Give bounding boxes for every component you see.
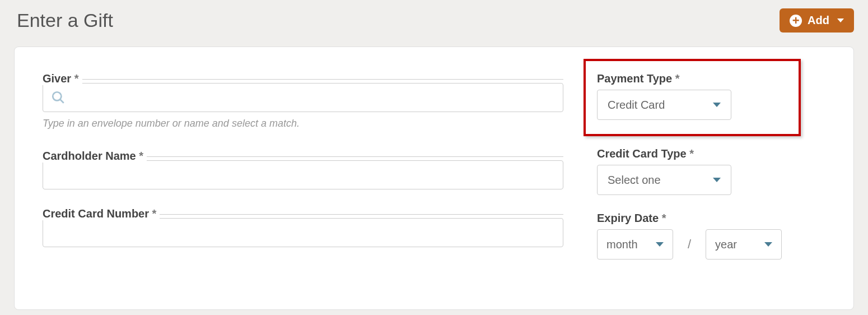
card-type-field-group: Credit Card Type * Select one	[597, 147, 782, 195]
page-header: Enter a Gift + Add	[0, 0, 868, 47]
giver-input-box[interactable]	[43, 83, 563, 112]
caret-down-icon	[713, 103, 721, 107]
expiry-separator: /	[688, 237, 691, 252]
form-card: Giver * Type in an envelope number or na…	[14, 47, 854, 310]
card-number-label: Credit Card Number *	[43, 207, 160, 220]
card-type-label: Credit Card Type *	[597, 147, 697, 160]
right-column: Payment Type * Credit Card Credit Card T…	[597, 72, 782, 276]
cardholder-label: Cardholder Name *	[43, 150, 147, 163]
card-number-input-box[interactable]	[43, 218, 563, 247]
caret-down-icon	[837, 18, 844, 22]
card-number-input[interactable]	[51, 227, 555, 239]
payment-type-highlight: Payment Type * Credit Card	[584, 59, 801, 136]
search-icon	[51, 90, 66, 105]
caret-down-icon	[713, 178, 721, 182]
cardholder-field-group: Cardholder Name *	[43, 150, 563, 189]
caret-down-icon	[764, 242, 772, 247]
payment-type-field-group: Payment Type * Credit Card	[597, 72, 782, 120]
payment-type-label: Payment Type *	[597, 72, 683, 85]
payment-type-value: Credit Card	[608, 99, 665, 112]
giver-label: Giver *	[43, 72, 82, 85]
giver-input[interactable]	[70, 92, 555, 104]
caret-down-icon	[656, 242, 664, 247]
card-number-field-group: Credit Card Number *	[43, 207, 563, 247]
cardholder-input-box[interactable]	[43, 160, 563, 189]
page-title: Enter a Gift	[17, 10, 113, 31]
card-type-dropdown[interactable]: Select one	[597, 165, 731, 195]
svg-line-1	[60, 99, 64, 103]
left-column: Giver * Type in an envelope number or na…	[43, 72, 563, 276]
expiry-label: Expiry Date *	[597, 212, 669, 225]
svg-point-0	[53, 92, 61, 100]
giver-helper-text: Type in an envelope number or name and s…	[43, 118, 563, 129]
expiry-month-value: month	[606, 238, 638, 251]
add-button-label: Add	[808, 14, 829, 27]
giver-field-group: Giver * Type in an envelope number or na…	[43, 72, 563, 129]
expiry-year-value: year	[715, 238, 737, 251]
add-button[interactable]: + Add	[780, 8, 854, 33]
payment-type-dropdown[interactable]: Credit Card	[597, 90, 731, 120]
cardholder-input[interactable]	[51, 169, 555, 181]
expiry-field-group: Expiry Date * month / year	[597, 212, 782, 260]
card-type-value: Select one	[608, 174, 661, 187]
expiry-year-dropdown[interactable]: year	[706, 229, 782, 260]
plus-circle-icon: +	[790, 15, 802, 27]
expiry-month-dropdown[interactable]: month	[597, 229, 673, 260]
